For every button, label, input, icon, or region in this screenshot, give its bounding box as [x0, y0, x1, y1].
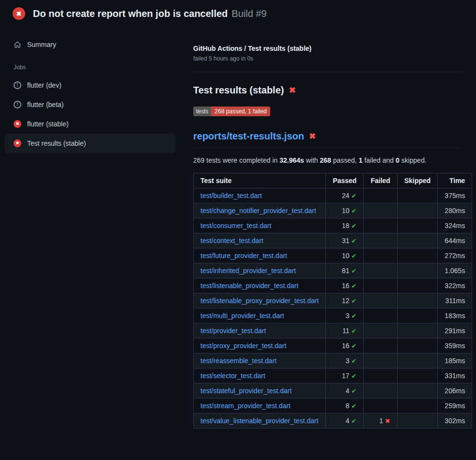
skipped-cell — [397, 338, 437, 353]
suite-link[interactable]: test/multi_provider_test.dart — [200, 312, 284, 320]
time-cell: 272ms — [438, 248, 472, 263]
suite-cell: test/future_provider_test.dart — [194, 248, 326, 263]
sidebar-item-flutter-beta[interactable]: !flutter (beta) — [5, 95, 176, 114]
suite-cell: test/reassemble_test.dart — [194, 353, 326, 368]
sidebar-item-flutter-stable[interactable]: ✖flutter (stable) — [5, 114, 176, 134]
count: 3 — [346, 312, 350, 320]
suite-link[interactable]: test/future_provider_test.dart — [200, 252, 287, 260]
summary-line: 269 tests were completed in 32.964s with… — [193, 156, 461, 164]
check-icon: ✔ — [352, 207, 357, 215]
summary-text: failed and — [363, 156, 396, 164]
suite-link[interactable]: test/listenable_proxy_provider_test.dart — [200, 297, 319, 305]
count: 8 — [346, 402, 350, 410]
suite-link[interactable]: test/proxy_provider_test.dart — [200, 342, 286, 350]
count: 12 — [342, 297, 350, 305]
suite-cell: test/multi_provider_test.dart — [194, 308, 326, 323]
skipped-cell — [397, 368, 437, 383]
report-title-link[interactable]: reports/test-results.json — [193, 131, 304, 142]
suite-link[interactable]: test/selector_test.dart — [200, 372, 265, 380]
col-header-skipped: Skipped — [397, 173, 437, 188]
failed-cell — [364, 278, 397, 293]
failed-cell — [364, 233, 397, 248]
suite-cell: test/context_test.dart — [194, 233, 326, 248]
check-icon: ✔ — [352, 222, 357, 230]
table-row: test/listenable_provider_test.dart16✔322… — [194, 278, 472, 293]
count: 18 — [342, 222, 350, 230]
suite-link[interactable]: test/inherited_provider_test.dart — [200, 267, 296, 275]
home-icon — [14, 41, 21, 48]
check-icon: ✔ — [352, 372, 357, 380]
table-row: test/listenable_proxy_provider_test.dart… — [194, 293, 472, 308]
count: 10 — [342, 207, 350, 215]
skipped-cell — [397, 263, 437, 278]
skipped-cell — [397, 233, 437, 248]
run-meta: failed 5 hours ago in 0s — [193, 55, 461, 62]
passed-cell: 8✔ — [326, 399, 364, 414]
suite-link[interactable]: test/change_notifier_provider_test.dart — [200, 207, 316, 215]
summary-skipped-count: 0 — [396, 156, 399, 164]
suite-cell: test/consumer_test.dart — [194, 218, 326, 233]
time-cell: 322ms — [438, 278, 472, 293]
count: 11 — [342, 327, 350, 335]
suite-cell: test/provider_test.dart — [194, 323, 326, 338]
failed-cell — [364, 218, 397, 233]
summary-text: passed, — [331, 156, 359, 164]
suite-link[interactable]: test/stateful_provider_test.dart — [200, 387, 292, 395]
suite-link[interactable]: test/context_test.dart — [200, 237, 263, 245]
badge-label: tests — [193, 107, 211, 116]
col-header-passed: Passed — [326, 173, 364, 188]
skipped-cell — [397, 308, 437, 323]
suite-link[interactable]: test/builder_test.dart — [200, 192, 262, 199]
passed-cell: 11✔ — [326, 323, 364, 338]
section-title: Test results (stable) ✖ — [193, 85, 461, 96]
failed-cell — [364, 293, 397, 308]
table-row: test/consumer_test.dart18✔324ms — [194, 218, 472, 233]
sidebar-item-flutter-dev[interactable]: !flutter (dev) — [5, 76, 176, 95]
passed-cell: 16✔ — [326, 278, 364, 293]
suite-link[interactable]: test/consumer_test.dart — [200, 222, 271, 230]
page-header: ✖ Do not create report when job is cance… — [0, 0, 476, 27]
suite-link[interactable]: test/provider_test.dart — [200, 327, 266, 335]
count: 16 — [342, 342, 350, 350]
passed-cell: 16✔ — [326, 338, 364, 353]
passed-cell: 4✔ — [326, 414, 364, 429]
skipped-cell — [397, 353, 437, 368]
check-icon: ✔ — [352, 252, 357, 260]
tests-badge: tests 268 passed, 1 failed — [193, 107, 270, 116]
suite-link[interactable]: test/reassemble_test.dart — [200, 357, 276, 365]
suite-link[interactable]: test/stream_provider_test.dart — [200, 402, 291, 410]
failed-cell — [364, 323, 397, 338]
failed-cell — [364, 188, 397, 203]
time-cell: 359ms — [438, 338, 472, 353]
check-icon: ✔ — [352, 327, 357, 335]
count: 10 — [342, 252, 350, 260]
content-layout: Summary Jobs !flutter (dev)!flutter (bet… — [0, 27, 476, 429]
suite-link[interactable]: test/value_listenable_provider_test.dart — [200, 417, 319, 425]
col-header-failed: Failed — [364, 173, 397, 188]
sidebar-item-test-results-stable[interactable]: ✖Test results (stable) — [5, 134, 176, 153]
count: 4 — [346, 417, 350, 425]
passed-cell: 17✔ — [326, 368, 364, 383]
sidebar-item-summary[interactable]: Summary — [5, 35, 176, 54]
passed-cell: 81✔ — [326, 263, 364, 278]
sidebar-item-label: flutter (stable) — [27, 120, 69, 128]
failed-cell — [364, 353, 397, 368]
suite-link[interactable]: test/listenable_provider_test.dart — [200, 282, 298, 290]
sidebar-item-label: flutter (dev) — [27, 81, 61, 89]
failed-cell — [364, 248, 397, 263]
failed-cell — [364, 263, 397, 278]
table-row: test/provider_test.dart11✔291ms — [194, 323, 472, 338]
passed-cell: 4✔ — [326, 383, 364, 399]
check-icon: ✔ — [352, 282, 357, 290]
skipped-cell — [397, 383, 437, 399]
summary-passed-count: 268 — [320, 156, 331, 164]
count: 24 — [342, 192, 350, 199]
failed-cell — [364, 308, 397, 323]
passed-cell: 12✔ — [326, 293, 364, 308]
time-cell: 183ms — [438, 308, 472, 323]
col-header-test-suite: Test suite — [194, 173, 326, 188]
summary-text: 269 tests were completed in — [193, 156, 279, 164]
run-name: Do not create report when job is cancell… — [33, 8, 228, 19]
badge-value: 268 passed, 1 failed — [211, 107, 270, 116]
sidebar: Summary Jobs !flutter (dev)!flutter (bet… — [0, 27, 182, 153]
